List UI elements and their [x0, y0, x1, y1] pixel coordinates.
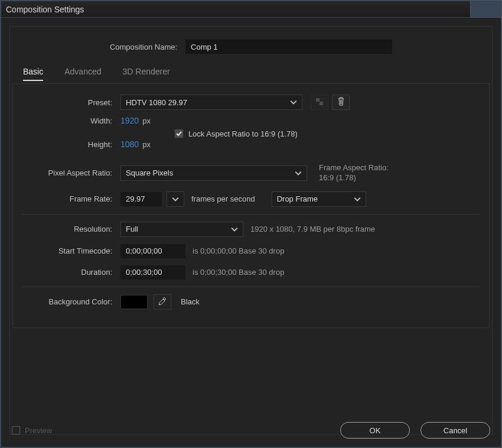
window-title: Composition Settings	[6, 5, 84, 14]
frame-aspect-title: Frame Aspect Ratio:	[319, 163, 389, 173]
height-value[interactable]: 1080	[120, 139, 139, 149]
cancel-button[interactable]: Cancel	[420, 422, 490, 439]
start-timecode-hint: is 0;00;00;00 Base 30 drop	[193, 246, 284, 255]
lock-aspect-label: Lock Aspect Ratio to 16:9 (1.78)	[188, 129, 298, 138]
frame-rate-dropdown[interactable]	[167, 191, 184, 207]
resolution-hint: 1920 x 1080, 7.9 MB per 8bpc frame	[250, 225, 375, 233]
duration-input[interactable]	[120, 265, 185, 280]
bg-color-label: Background Color:	[21, 297, 120, 306]
resolution-value: Full	[126, 225, 138, 233]
tab-strip: Basic Advanced 3D Renderer	[10, 67, 492, 81]
frame-rate-label: Frame Rate:	[21, 194, 120, 203]
resolution-select[interactable]: Full	[120, 222, 243, 237]
duration-label: Duration:	[21, 268, 120, 277]
svg-rect-1	[320, 102, 323, 105]
checkbox-icon	[12, 426, 20, 434]
drop-frame-value: Drop Frame	[277, 194, 318, 203]
chevron-down-icon	[231, 226, 238, 233]
save-preset-button	[311, 95, 328, 110]
preset-label: Preset:	[21, 98, 120, 107]
width-unit: px	[142, 116, 151, 125]
close-button[interactable]	[470, 0, 502, 18]
bg-color-name: Black	[181, 297, 200, 306]
composition-name-row: Composition Name:	[10, 27, 492, 63]
tab-basic[interactable]: Basic	[23, 67, 43, 81]
tab-3d-renderer[interactable]: 3D Renderer	[123, 67, 170, 81]
height-unit: px	[142, 140, 151, 149]
chevron-down-icon	[290, 99, 297, 106]
chevron-down-icon	[295, 170, 302, 177]
comp-name-input[interactable]	[185, 40, 392, 54]
basic-panel: Preset: HDTV 1080 29.97 Width:	[12, 83, 490, 328]
preview-label: Preview	[25, 426, 52, 435]
delete-preset-button[interactable]	[332, 95, 350, 110]
resolution-label: Resolution:	[21, 225, 120, 233]
height-label: Height:	[21, 140, 120, 149]
composition-settings-dialog: Composition Settings Composition Name: B…	[0, 0, 502, 448]
start-timecode-label: Start Timecode:	[21, 246, 120, 255]
preset-value: HDTV 1080 29.97	[126, 98, 187, 107]
trash-icon	[337, 97, 345, 108]
ok-button[interactable]: OK	[340, 422, 410, 439]
title-bar: Composition Settings	[1, 1, 501, 18]
svg-rect-0	[316, 98, 320, 102]
duration-hint: is 0;00;30;00 Base 30 drop	[193, 268, 284, 277]
width-value[interactable]: 1920	[120, 116, 139, 125]
check-icon	[175, 130, 182, 137]
pixel-aspect-select[interactable]: Square Pixels	[120, 165, 307, 181]
preview-checkbox: Preview	[12, 426, 52, 435]
frame-aspect-value: 16:9 (1.78)	[319, 173, 389, 183]
chevron-down-icon	[354, 196, 361, 203]
comp-name-label: Composition Name:	[110, 43, 177, 51]
tab-advanced[interactable]: Advanced	[64, 67, 101, 81]
eyedropper-button[interactable]	[154, 294, 171, 310]
frame-rate-input[interactable]	[120, 192, 162, 206]
frame-rate-unit: frames per second	[191, 194, 255, 203]
chevron-down-icon	[172, 196, 179, 203]
start-timecode-input[interactable]	[120, 244, 185, 258]
save-preset-icon	[315, 98, 324, 108]
preset-select[interactable]: HDTV 1080 29.97	[120, 95, 302, 110]
bg-color-swatch[interactable]	[120, 295, 148, 309]
dialog-content: Composition Name: Basic Advanced 3D Rend…	[1, 18, 501, 447]
lock-aspect-checkbox[interactable]	[174, 129, 184, 138]
pixel-aspect-value: Square Pixels	[126, 168, 173, 177]
eyedropper-icon	[158, 296, 167, 307]
pixel-aspect-label: Pixel Aspect Ratio:	[21, 168, 120, 177]
width-label: Width:	[21, 116, 120, 125]
dialog-footer: Preview OK Cancel	[12, 422, 490, 439]
drop-frame-select[interactable]: Drop Frame	[272, 191, 366, 207]
